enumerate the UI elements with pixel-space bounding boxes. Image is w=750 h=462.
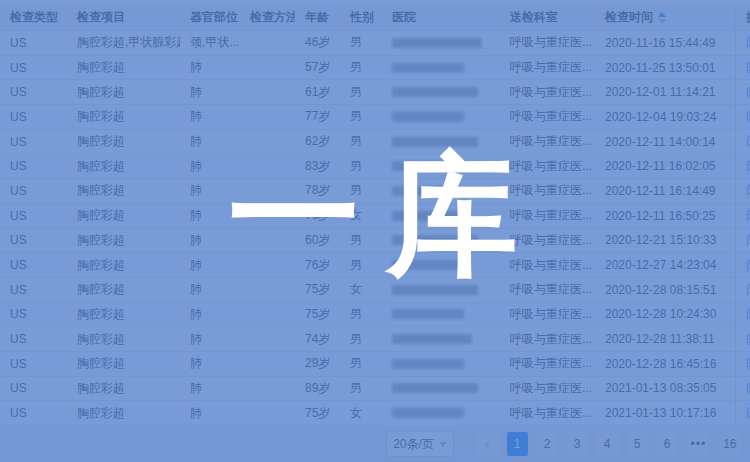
cell-gender: 男: [340, 303, 382, 327]
cell-exam-item: 胸腔彩超: [67, 253, 180, 277]
page-size-select[interactable]: 20条/页: [386, 431, 454, 457]
view-film-link[interactable]: 阅片: [746, 108, 750, 125]
cell-exam-item: 胸腔彩超: [67, 229, 180, 253]
cell-exam-time: 2021-01-13 08:35:05: [595, 377, 735, 401]
cell-exam-item: 胸腔彩超: [67, 56, 180, 80]
hospital-redaction-bar: [392, 334, 472, 344]
last-page-button[interactable]: 16: [719, 432, 740, 456]
view-film-link[interactable]: 阅片: [746, 331, 750, 348]
hospital-redaction-bar: [392, 112, 464, 122]
col-header-exam-time[interactable]: 检查时间: [595, 5, 735, 30]
cell-age: 75岁: [295, 401, 340, 425]
cell-actions: 阅片: [735, 31, 750, 55]
cell-department: 呼吸与重症医...: [500, 105, 595, 129]
view-film-link[interactable]: 阅片: [746, 380, 750, 397]
chevron-down-icon: [439, 442, 447, 447]
view-film-link[interactable]: 阅片: [746, 232, 750, 249]
cell-department: 呼吸与重症医...: [500, 401, 595, 425]
cell-gender: 男: [340, 80, 382, 104]
cell-actions: 阅片: [735, 253, 750, 277]
cell-exam-type: US: [0, 352, 67, 376]
cell-exam-item: 胸腔彩超,甲状腺彩超: [67, 31, 180, 55]
sort-caret[interactable]: [658, 12, 666, 24]
cell-exam-method: [240, 377, 295, 401]
cell-exam-time: 2020-11-25 13:50:01: [595, 56, 735, 80]
cell-exam-type: US: [0, 377, 67, 401]
cell-exam-method: [240, 31, 295, 55]
cell-organ-part: 肺: [180, 327, 240, 351]
view-film-link[interactable]: 阅片: [746, 257, 750, 274]
table-row: US 胸腔彩超 肺 75岁 男 呼吸与重症医... 2020-12-28 10:…: [0, 303, 750, 328]
cell-exam-item: 胸腔彩超: [67, 303, 180, 327]
page-button-5[interactable]: 5: [627, 432, 648, 456]
cell-organ-part: 肺: [180, 105, 240, 129]
cell-exam-method: [240, 105, 295, 129]
view-film-link[interactable]: 阅片: [746, 133, 750, 150]
cell-exam-time: 2020-12-27 14:23:04: [595, 253, 735, 277]
sort-desc-icon[interactable]: [658, 19, 666, 24]
cell-hospital: [382, 303, 500, 327]
cell-actions: 阅片: [735, 154, 750, 178]
cell-exam-type: US: [0, 401, 67, 425]
page-button-1[interactable]: 1: [507, 432, 528, 456]
cell-actions: 阅片: [735, 204, 750, 228]
exam-list-page: 检查类型 检查项目 器官部位 检查方法 年龄 性别 医院 送检科室 检查时间 操…: [0, 0, 750, 462]
cell-age: 57岁: [295, 56, 340, 80]
cell-exam-type: US: [0, 303, 67, 327]
table-row: US 胸腔彩超 肺 75岁 女 呼吸与重症医... 2021-01-13 10:…: [0, 401, 750, 426]
hospital-redaction-bar: [392, 359, 464, 369]
page-button-2[interactable]: 2: [537, 432, 558, 456]
cell-exam-time: 2020-12-28 16:45:16: [595, 352, 735, 376]
page-button-4[interactable]: 4: [597, 432, 618, 456]
cell-exam-time: 2020-12-28 11:38:11: [595, 327, 735, 351]
view-film-link[interactable]: 阅片: [746, 281, 750, 298]
col-header-age: 年龄: [295, 5, 340, 30]
cell-actions: 阅片: [735, 377, 750, 401]
cell-age: 46岁: [295, 31, 340, 55]
cell-organ-part: 肺: [180, 352, 240, 376]
view-film-link[interactable]: 阅片: [746, 34, 750, 51]
cell-exam-item: 胸腔彩超: [67, 130, 180, 154]
hospital-redaction-bar: [392, 38, 482, 48]
cell-exam-time: 2020-12-01 11:14:21: [595, 80, 735, 104]
col-header-exam-item: 检查项目: [67, 5, 180, 30]
cell-exam-type: US: [0, 229, 67, 253]
cell-exam-time: 2021-01-13 10:17:16: [595, 401, 735, 425]
cell-gender: 女: [340, 401, 382, 425]
view-film-link[interactable]: 阅片: [746, 158, 750, 175]
cell-exam-type: US: [0, 327, 67, 351]
cell-exam-item: 胸腔彩超: [67, 327, 180, 351]
cell-department: 呼吸与重症医...: [500, 352, 595, 376]
page-button-3[interactable]: 3: [567, 432, 588, 456]
view-film-link[interactable]: 阅片: [746, 405, 750, 422]
cell-department: 呼吸与重症医...: [500, 303, 595, 327]
cell-age: 77岁: [295, 105, 340, 129]
hospital-redaction-bar: [392, 87, 478, 97]
cell-exam-type: US: [0, 31, 67, 55]
cell-exam-type: US: [0, 105, 67, 129]
cell-exam-time: 2020-11-16 15:44:49: [595, 31, 735, 55]
view-film-link[interactable]: 阅片: [746, 306, 750, 323]
cell-department: 呼吸与重症医...: [500, 56, 595, 80]
cell-exam-item: 胸腔彩超: [67, 80, 180, 104]
view-film-link[interactable]: 阅片: [746, 84, 750, 101]
cell-organ-part: 颈,甲状...: [180, 31, 240, 55]
cell-actions: 阅片: [735, 303, 750, 327]
cell-gender: 男: [340, 327, 382, 351]
col-header-hospital: 医院: [382, 5, 500, 30]
cell-exam-method: [240, 327, 295, 351]
prev-page-button[interactable]: ‹: [477, 432, 498, 456]
view-film-link[interactable]: 阅片: [746, 207, 750, 224]
cell-hospital: [382, 31, 500, 55]
cell-exam-method: [240, 56, 295, 80]
more-pages-button[interactable]: •••: [687, 432, 711, 456]
hospital-redaction-bar: [392, 383, 478, 393]
cell-exam-type: US: [0, 253, 67, 277]
sort-asc-icon[interactable]: [658, 12, 666, 17]
view-film-link[interactable]: 阅片: [746, 355, 750, 372]
cell-exam-method: [240, 80, 295, 104]
view-film-link[interactable]: 阅片: [746, 59, 750, 76]
page-button-6[interactable]: 6: [657, 432, 678, 456]
view-film-link[interactable]: 阅片: [746, 182, 750, 199]
table-row: US 胸腔彩超 肺 77岁 男 呼吸与重症医... 2020-12-04 19:…: [0, 105, 750, 130]
